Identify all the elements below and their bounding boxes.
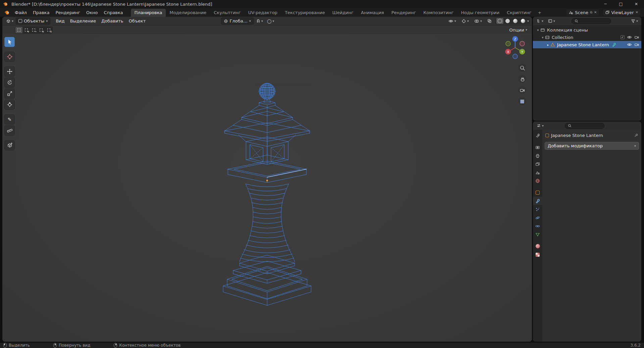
transform-orientation-dropdown[interactable]: Глоба… ▾ xyxy=(221,17,253,24)
outliner-display-mode-button[interactable]: ▾ xyxy=(546,18,557,24)
shading-rendered-button[interactable] xyxy=(519,18,527,24)
breadcrumb-object-name[interactable]: Japanese Stone Lantern xyxy=(551,133,603,138)
tab-rendering[interactable]: Рендеринг xyxy=(388,9,419,17)
tab-layout[interactable]: Планировка xyxy=(131,9,166,17)
viewport-canvas[interactable]: ✎ xyxy=(2,34,532,342)
shading-solid-button[interactable] xyxy=(504,18,511,24)
exclude-checkbox[interactable]: ✓ xyxy=(621,35,625,39)
unlink-scene-icon[interactable]: ✕ xyxy=(594,11,597,14)
select-mode-intersect[interactable]: ∩ xyxy=(45,27,52,33)
add-modifier-dropdown[interactable]: Добавить модификатор ▾ xyxy=(545,142,639,150)
pan-button[interactable] xyxy=(518,75,526,83)
tab-tool-properties[interactable] xyxy=(533,131,542,140)
select-mode-invert[interactable]: × xyxy=(38,27,45,33)
tab-view-layer-properties[interactable] xyxy=(533,160,542,168)
close-button[interactable]: ✕ xyxy=(629,0,644,8)
menu-window[interactable]: Окно xyxy=(83,9,101,16)
new-scene-icon[interactable]: ⧉ xyxy=(590,11,592,14)
gizmos-dropdown[interactable]: ▾ xyxy=(460,18,470,24)
outliner-editor-type-button[interactable]: ▾ xyxy=(535,18,545,24)
editor-type-button[interactable]: ▾ xyxy=(4,18,15,24)
overlays-dropdown[interactable]: ▾ xyxy=(473,18,484,24)
select-mode-extend[interactable]: + xyxy=(23,27,30,33)
menu-view[interactable]: Вид xyxy=(53,17,67,24)
tool-move[interactable] xyxy=(4,66,15,77)
scene-selector[interactable]: Scene ⧉ ✕ xyxy=(566,9,599,16)
interaction-mode-dropdown[interactable]: Объекты ▾ xyxy=(16,17,50,24)
tool-scale[interactable] xyxy=(4,89,15,99)
menu-add[interactable]: Добавить xyxy=(99,17,126,24)
hide-eye-icon[interactable] xyxy=(627,43,632,47)
view-layer-selector[interactable]: ViewLayer ✕ xyxy=(603,9,641,16)
tab-scripting[interactable]: Скриптинг xyxy=(503,9,535,17)
disclosure-closed-icon[interactable]: ▸ xyxy=(546,43,550,47)
row-collection[interactable]: ▾ Collection ✓ xyxy=(533,34,641,41)
xray-toggle[interactable] xyxy=(486,18,493,24)
object-visibility-dropdown[interactable]: ▾ xyxy=(447,18,458,24)
blender-menu-button[interactable] xyxy=(4,10,10,15)
lantern-wireframe-object[interactable] xyxy=(220,81,317,309)
outliner-search-input[interactable] xyxy=(572,18,611,24)
properties-editor-type-button[interactable]: ▾ xyxy=(535,123,545,129)
zoom-button[interactable] xyxy=(518,64,526,72)
tool-cursor[interactable] xyxy=(4,52,15,62)
select-mode-subtract[interactable]: − xyxy=(30,27,38,33)
menu-file[interactable]: Файл xyxy=(12,9,30,16)
tab-physics-properties[interactable] xyxy=(533,213,542,222)
tab-geometry-nodes[interactable]: Ноды геометрии xyxy=(457,9,503,17)
tab-texture-paint[interactable]: Текстурирование xyxy=(281,9,329,17)
shading-wireframe-button[interactable] xyxy=(496,18,503,24)
properties-search-input[interactable] xyxy=(565,123,604,129)
tab-material-properties[interactable] xyxy=(533,242,542,250)
tab-object-properties[interactable] xyxy=(533,188,542,197)
tab-modifier-properties[interactable] xyxy=(533,197,542,205)
menu-select[interactable]: Выделение xyxy=(67,17,99,24)
snapping-toggle[interactable]: ▾ xyxy=(254,18,265,24)
row-japanese-stone-lantern[interactable]: ▸ Japanese Stone Lantern xyxy=(533,41,641,48)
disclosure-open-icon[interactable]: ▾ xyxy=(536,28,540,32)
outliner-filter-button[interactable]: ▾ xyxy=(629,18,640,24)
camera-view-button[interactable] xyxy=(518,86,526,94)
unlink-view-layer-icon[interactable]: ✕ xyxy=(636,11,638,14)
minimize-button[interactable]: ─ xyxy=(598,0,613,8)
tab-output-properties[interactable] xyxy=(533,151,542,160)
hide-eye-icon[interactable] xyxy=(627,35,632,39)
menu-object[interactable]: Объект xyxy=(126,17,148,24)
shading-material-button[interactable] xyxy=(512,18,519,24)
select-mode-set[interactable] xyxy=(15,27,23,33)
tool-select-box[interactable] xyxy=(4,37,15,47)
tab-uv-editor[interactable]: UV-редактор xyxy=(244,9,281,17)
tool-rotate[interactable] xyxy=(4,78,15,88)
tab-modeling[interactable]: Моделирование xyxy=(166,9,210,17)
ortho-toggle-button[interactable]: ▦ xyxy=(518,97,526,105)
tab-scene-properties[interactable] xyxy=(533,168,542,177)
proportional-editing-toggle[interactable]: ◯ ▾ xyxy=(265,18,276,24)
tool-measure[interactable] xyxy=(4,126,15,136)
row-scene-collection[interactable]: ▾ Коллекция сцены xyxy=(533,26,641,34)
menu-render[interactable]: Рендеринг xyxy=(52,9,83,16)
pin-icon[interactable] xyxy=(634,133,638,138)
options-dropdown[interactable]: Опции ▾ xyxy=(507,27,529,33)
menu-edit[interactable]: Правка xyxy=(30,9,52,16)
tool-add-cube[interactable] xyxy=(4,140,15,150)
tab-world-properties[interactable] xyxy=(533,177,542,185)
chevron-down-icon[interactable]: ▾ xyxy=(527,19,529,23)
tab-compositing[interactable]: Композитинг xyxy=(420,9,457,17)
tab-animation[interactable]: Анимация xyxy=(357,9,388,17)
tab-texture-properties[interactable] xyxy=(533,250,542,259)
maximize-button[interactable]: □ xyxy=(613,0,629,8)
tab-particle-properties[interactable] xyxy=(533,205,542,213)
add-workspace-button[interactable]: + xyxy=(535,9,544,17)
tab-shading[interactable]: Шейдинг xyxy=(329,9,357,17)
tool-annotate[interactable]: ✎ xyxy=(4,114,15,125)
tab-render-properties[interactable] xyxy=(533,143,542,151)
tab-constraint-properties[interactable] xyxy=(533,222,542,230)
navigation-gizmo[interactable]: Z X Y xyxy=(502,35,528,60)
tab-sculpting[interactable]: Скульптинг xyxy=(210,9,244,17)
tool-transform[interactable] xyxy=(4,100,15,110)
disclosure-open-icon[interactable]: ▾ xyxy=(540,36,545,39)
disable-render-camera-icon[interactable] xyxy=(634,43,639,47)
disable-render-camera-icon[interactable] xyxy=(634,35,639,39)
tab-object-data-properties[interactable] xyxy=(533,230,542,239)
menu-help[interactable]: Справка xyxy=(101,9,126,16)
